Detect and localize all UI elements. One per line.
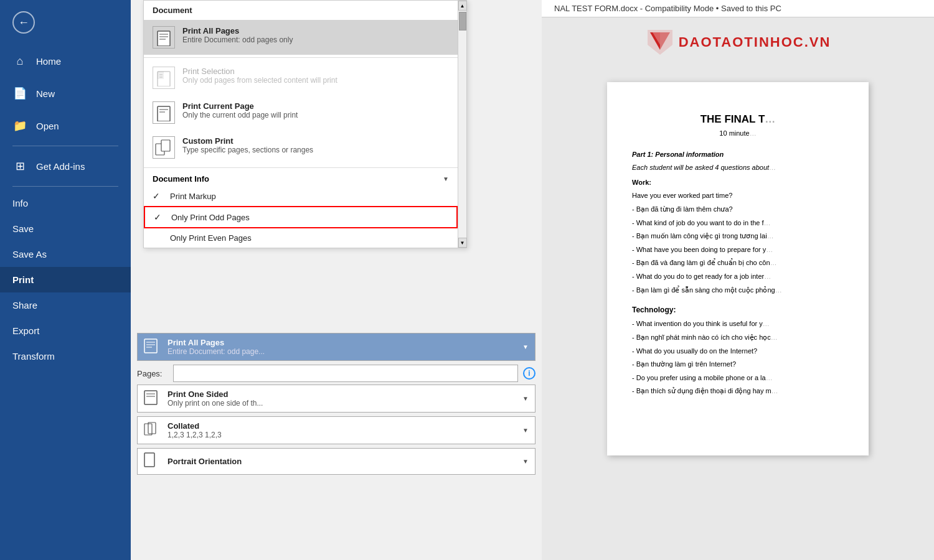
svg-rect-0 — [158, 31, 170, 46]
back-icon: ← — [12, 11, 35, 34]
sidebar-item-export[interactable]: Export — [0, 318, 131, 343]
custom-print-title: Custom Print — [182, 136, 449, 146]
pages-input[interactable] — [173, 365, 518, 382]
sidebar-divider — [12, 146, 118, 146]
sidebar-label-info: Info — [12, 198, 28, 208]
sidebar-item-get-add-ins[interactable]: ⊞ Get Add-ins — [0, 150, 131, 182]
svg-rect-8 — [158, 106, 170, 121]
print-pages-dropdown[interactable]: Print All Pages Entire Document: odd pag… — [137, 333, 535, 361]
print-all-pages-ctrl-text: Print All Pages Entire Document: odd pag… — [167, 338, 516, 356]
sidebar-item-home[interactable]: ⌂ Home — [0, 45, 131, 77]
tech-q2: - Bạn nghĩ phát minh nào có ích cho việc… — [632, 332, 844, 343]
document-info-arrow: ▼ — [443, 175, 449, 182]
print-current-page-desc: Only the current odd page will print — [182, 111, 449, 119]
only-print-odd-check: ✓ — [154, 212, 166, 222]
doc-q8: - Bạn làm gì để sẵn sàng cho một cuộc ph… — [632, 285, 844, 296]
sidebar-item-print[interactable]: Print — [0, 267, 131, 292]
print-all-pages-text: Print All Pages Entire Document: odd pag… — [182, 26, 449, 44]
sidebar-item-transform[interactable]: Transform — [0, 343, 131, 369]
doc-title: THE FINAL T… — [632, 113, 844, 126]
sidebar-label-new: New — [36, 88, 55, 99]
sidebar-item-save-as[interactable]: Save As — [0, 241, 131, 267]
only-print-odd-label: Only Print Odd Pages — [171, 213, 250, 222]
doc-q2: - Bạn đã từng đi làm thêm chưa? — [632, 204, 844, 215]
scroll-up-btn[interactable]: ▲ — [458, 1, 467, 11]
sidebar-item-save[interactable]: Save — [0, 216, 131, 241]
svg-rect-17 — [144, 391, 157, 404]
portrait-arrow: ▼ — [522, 458, 529, 465]
print-markup-item[interactable]: ✓ Print Markup — [144, 186, 458, 206]
doc-q1: Have you ever worked part time? — [632, 190, 844, 202]
sidebar-item-open[interactable]: 📁 Open — [0, 110, 131, 142]
print-all-title: Print All Pages — [167, 338, 516, 347]
logo-text: DAOTAOTINHOC.VN — [679, 34, 831, 50]
collated-dropdown[interactable]: Collated 1,2,3 1,2,3 1,2,3 ▼ — [137, 416, 535, 444]
logo-area: DAOTAOTINHOC.VN — [542, 17, 934, 63]
sidebar: ← ⌂ Home 📄 New 📁 Open ⊞ Get Add-ins Info… — [0, 0, 131, 560]
tech-q5: - Do you prefer using a mobile phone or … — [632, 373, 844, 384]
print-all-pages-icon — [153, 26, 175, 49]
doc-sheet: THE FINAL T… 10 minute… Part 1: Personal… — [607, 82, 869, 455]
collated-arrow: ▼ — [522, 427, 529, 434]
scroll-down-btn[interactable]: ▼ — [458, 238, 467, 248]
pages-label: Pages: — [137, 369, 168, 378]
back-button[interactable]: ← — [0, 0, 131, 45]
sidebar-item-share[interactable]: Share — [0, 292, 131, 318]
scroll-thumb[interactable] — [459, 12, 466, 30]
popup-scrollbar[interactable]: ▲ ▼ — [458, 1, 466, 248]
one-sided-icon — [144, 389, 161, 408]
print-one-sided-dropdown[interactable]: Print One Sided Only print on one side o… — [137, 385, 535, 413]
svg-rect-7 — [158, 72, 164, 79]
sidebar-divider-2 — [12, 186, 118, 187]
custom-print-item[interactable]: Custom Print Type specific pages, sectio… — [144, 130, 458, 165]
title-bar: NAL TEST FORM.docx - Compatibility Mode … — [542, 0, 934, 17]
only-print-even-item[interactable]: Only Print Even Pages — [144, 228, 458, 248]
portrait-dropdown[interactable]: Portrait Orientation ▼ — [137, 448, 535, 475]
one-sided-arrow: ▼ — [522, 395, 529, 402]
sidebar-item-new[interactable]: 📄 New — [0, 77, 131, 110]
logo-icon — [645, 27, 675, 57]
sidebar-label-export: Export — [12, 325, 39, 336]
print-selection-icon — [153, 67, 175, 89]
print-all-pages-item[interactable]: Print All Pages Entire Document: odd pag… — [144, 20, 458, 55]
print-all-pages-title: Print All Pages — [182, 26, 449, 35]
only-print-odd-item[interactable]: ✓ Only Print Odd Pages — [144, 206, 458, 228]
popup-divider-1 — [144, 57, 458, 58]
collated-title: Collated — [167, 421, 516, 431]
title-bar-text: NAL TEST FORM.docx - Compatibility Mode … — [554, 4, 781, 13]
sidebar-item-info[interactable]: Info — [0, 190, 131, 216]
custom-print-desc: Type specific pages, sections or ranges — [182, 146, 449, 154]
doc-q5: - What have you been doing to prepare fo… — [632, 245, 844, 256]
sidebar-label-share: Share — [12, 300, 37, 310]
custom-print-text: Custom Print Type specific pages, sectio… — [182, 136, 449, 154]
one-sided-text: Print One Sided Only print on one side o… — [167, 390, 516, 408]
logo: DAOTAOTINHOC.VN — [645, 27, 831, 57]
sidebar-label-open: Open — [36, 121, 59, 131]
add-ins-icon: ⊞ — [12, 159, 27, 174]
print-all-pages-desc: Entire Document: odd pages only — [182, 35, 449, 44]
open-icon: 📁 — [12, 118, 27, 133]
print-selection-text: Print Selection Only odd pages from sele… — [182, 67, 449, 85]
part1-desc: Each student will be asked 4 questions a… — [632, 162, 844, 174]
work-label: Work: — [632, 177, 844, 189]
new-icon: 📄 — [12, 86, 27, 101]
svg-rect-13 — [144, 339, 157, 353]
print-selection-item[interactable]: Print Selection Only odd pages from sele… — [144, 60, 458, 95]
tech-q6: - Bạn thích sử dụng điện thoại di động h… — [632, 386, 844, 397]
home-icon: ⌂ — [12, 54, 27, 68]
popup-divider-2 — [144, 167, 458, 168]
one-sided-subtitle: Only print on one side of th... — [167, 399, 516, 408]
pages-info-icon[interactable]: i — [523, 367, 535, 380]
portrait-icon — [144, 452, 161, 470]
one-sided-title: Print One Sided — [167, 390, 516, 399]
print-panel: Document — [131, 0, 542, 560]
doc-q7: - What do you do to get ready for a job … — [632, 271, 844, 282]
document-info-section: Document Info ▼ — [144, 170, 458, 186]
doc-q4: - Bạn muốn làm công việc gì trong tương … — [632, 231, 844, 242]
document-section-header: Document — [144, 1, 458, 20]
tech-q3: - What do you usually do on the Internet… — [632, 346, 844, 357]
print-markup-label: Print Markup — [170, 192, 216, 201]
print-all-pages-ctrl-icon — [144, 337, 161, 357]
sidebar-label-print: Print — [12, 274, 34, 285]
print-current-page-item[interactable]: Print Current Page Only the current odd … — [144, 95, 458, 130]
